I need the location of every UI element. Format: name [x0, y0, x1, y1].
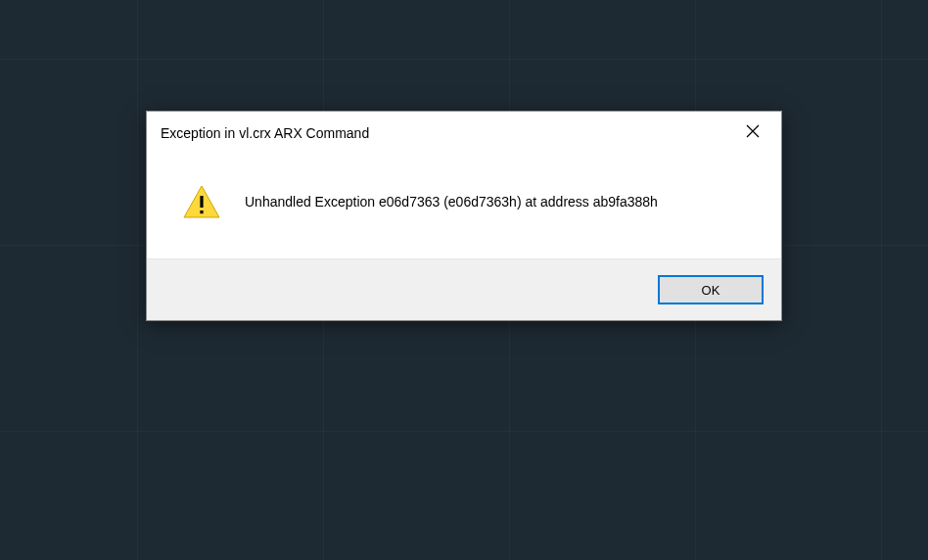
- error-dialog: Exception in vl.crx ARX Command Unhandle…: [146, 111, 782, 321]
- close-icon: [746, 124, 760, 142]
- dialog-body: Unhandled Exception e06d7363 (e06d7363h)…: [147, 155, 781, 258]
- dialog-title: Exception in vl.crx ARX Command: [161, 125, 369, 141]
- dialog-footer: OK: [147, 258, 781, 320]
- dialog-titlebar[interactable]: Exception in vl.crx ARX Command: [147, 112, 781, 155]
- warning-icon: [182, 184, 221, 219]
- svg-rect-4: [200, 210, 203, 213]
- error-message: Unhandled Exception e06d7363 (e06d7363h)…: [245, 194, 658, 210]
- ok-button-label: OK: [702, 283, 720, 298]
- svg-rect-3: [200, 196, 203, 208]
- close-button[interactable]: [730, 112, 775, 155]
- ok-button[interactable]: OK: [658, 275, 764, 304]
